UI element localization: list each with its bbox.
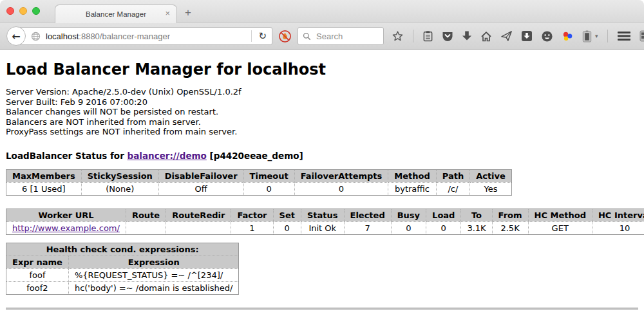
page-title: Load Balancer Manager for localhost (6, 60, 638, 79)
col-path: Path (436, 169, 469, 182)
worker-url-link[interactable]: http://www.example.com/ (12, 223, 120, 233)
table-header-row: Worker URL Route RouteRedir Factor Set S… (6, 209, 644, 221)
tab-balancer-manager[interactable]: Balancer Manager × (55, 5, 177, 23)
notice-line: Balancers are NOT inherited from main se… (6, 117, 638, 127)
chevron-down-icon[interactable]: ▾ (595, 33, 598, 39)
cell-route (126, 221, 166, 234)
close-window-button[interactable] (6, 7, 14, 15)
cell-expr-name: foof2 (6, 281, 69, 294)
urlbar-divider (251, 30, 252, 42)
col-expr-name: Expr name (6, 256, 69, 268)
status-heading-prefix: LoadBalancer Status for (6, 151, 128, 161)
cell-timeout: 0 (243, 182, 294, 195)
cell-worker-url: http://www.example.com/ (6, 221, 126, 234)
reload-icon[interactable]: ↻ (256, 30, 269, 42)
col-maxmembers: MaxMembers (6, 169, 82, 182)
cell-to: 3.1K (461, 221, 492, 234)
bookmark-star-icon[interactable] (392, 30, 404, 42)
loadbalancer-status-heading: LoadBalancer Status for balancer://demo … (6, 151, 638, 161)
server-built-line: Server Built: Feb 9 2016 07:00:20 (6, 97, 638, 107)
balancer-demo-link[interactable]: balancer://demo (128, 151, 207, 161)
cell-expression: hc('body') =~ /domain is established/ (68, 281, 239, 294)
browser-window: Balancer Manager × + ← localhost:8880/ba… (0, 0, 644, 316)
window-titlebar: Balancer Manager × + (0, 0, 644, 23)
clipboard-icon[interactable] (422, 30, 433, 42)
toolbar-icons: ▾ (392, 30, 644, 42)
col-stickysession: StickySession (81, 169, 158, 182)
tab-close-icon[interactable]: × (165, 9, 170, 18)
balancer-settings-table: MaxMembers StickySession DisableFailover… (6, 169, 512, 196)
worker-row: http://www.example.com/ 1 0 Init Ok 7 0 … (6, 221, 644, 234)
toolbar-separator (413, 30, 413, 42)
cell-path: /c/ (436, 182, 469, 195)
flashblock-icon[interactable] (278, 30, 292, 43)
col-factor: Factor (231, 209, 273, 221)
cell-active: Yes (470, 182, 512, 195)
status-heading-suffix: [p4420eeae_demo] (207, 151, 303, 161)
zoom-window-button[interactable] (32, 7, 40, 15)
server-version-line: Server Version: Apache/2.5.0-dev (Unix) … (6, 87, 638, 97)
cell-stickysession: (None) (81, 182, 158, 195)
health-row: foof2 hc('body') =~ /domain is establish… (6, 281, 239, 294)
cell-status: Init Ok (301, 221, 344, 234)
tab-groups-icon[interactable] (639, 30, 644, 42)
col-disablefailover: DisableFailover (158, 169, 243, 182)
cell-busy: 0 (391, 221, 426, 234)
cell-maxmembers: 6 [1 Used] (6, 182, 82, 195)
cell-failoverattempts: 0 (294, 182, 388, 195)
server-info: Server Version: Apache/2.5.0-dev (Unix) … (6, 87, 638, 137)
back-arrow-icon: ← (12, 30, 20, 42)
notice-line: Balancer changes will NOT be persisted o… (6, 107, 638, 117)
cell-load: 0 (426, 221, 461, 234)
container-icon[interactable] (582, 30, 592, 42)
download-box-icon[interactable] (521, 30, 533, 42)
back-button[interactable]: ← (6, 26, 26, 46)
cell-from: 2.5K (492, 221, 528, 234)
window-controls (6, 7, 40, 15)
worker-table: Worker URL Route RouteRedir Factor Set S… (6, 209, 644, 235)
table-title-row: Health check cond. expressions: (6, 243, 239, 256)
downloads-icon[interactable] (462, 30, 472, 42)
search-input[interactable] (315, 31, 373, 42)
url-text: localhost:8880/balancer-manager (46, 32, 170, 41)
pocket-icon[interactable] (442, 31, 453, 42)
send-plane-icon[interactable] (500, 30, 513, 42)
search-icon (303, 32, 311, 41)
cell-hc-interval: 10 (592, 221, 644, 234)
notice-line: ProxyPass settings are NOT inherited fro… (6, 127, 638, 137)
cell-set: 0 (273, 221, 301, 234)
health-check-table: Health check cond. expressions: Expr nam… (6, 243, 239, 295)
tab-title: Balancer Manager (86, 10, 146, 18)
col-timeout: Timeout (243, 169, 294, 182)
col-hc-method: HC Method (528, 209, 592, 221)
col-load: Load (426, 209, 461, 221)
url-domain: localhost (46, 32, 79, 41)
col-to: To (461, 209, 492, 221)
new-tab-button[interactable]: + (185, 6, 191, 19)
smiley-icon[interactable] (541, 30, 553, 42)
menu-hamburger-icon[interactable] (617, 31, 631, 41)
home-icon[interactable] (480, 31, 492, 42)
cell-expr-name: foof (6, 268, 69, 281)
col-elected: Elected (344, 209, 391, 221)
table-header-row: MaxMembers StickySession DisableFailover… (6, 169, 512, 182)
cell-hc-method: GET (528, 221, 592, 234)
url-path: :8880/balancer-manager (79, 32, 170, 41)
col-worker-url: Worker URL (6, 209, 126, 221)
search-bar[interactable] (298, 27, 384, 45)
cell-method: bytraffic (388, 182, 436, 195)
minimize-window-button[interactable] (19, 7, 27, 15)
page-content: Load Balancer Manager for localhost Serv… (0, 60, 644, 316)
navigation-toolbar: ← localhost:8880/balancer-manager ↻ (0, 23, 644, 50)
bottom-divider (6, 308, 638, 310)
col-set: Set (273, 209, 301, 221)
cell-factor: 1 (231, 221, 273, 234)
col-route: Route (126, 209, 166, 221)
globe-icon (31, 32, 41, 41)
url-bar[interactable]: localhost:8880/balancer-manager ↻ (16, 27, 272, 45)
col-status: Status (301, 209, 344, 221)
col-method: Method (388, 169, 436, 182)
toolbar-separator (607, 30, 608, 42)
colored-dots-icon[interactable] (562, 30, 574, 42)
health-table-title: Health check cond. expressions: (6, 243, 239, 256)
